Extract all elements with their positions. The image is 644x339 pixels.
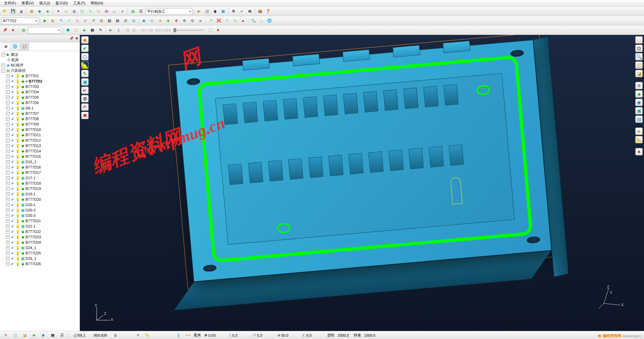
view-icon-7[interactable]: ⊙ (189, 17, 196, 25)
tree-item[interactable]: +✔💡◆B777D22 (0, 229, 80, 234)
tp-icon-12[interactable]: ⊟ (130, 17, 137, 25)
vp-edit-icon[interactable]: ✎ (81, 70, 89, 77)
vp-fit-icon[interactable]: ⊡ (635, 45, 643, 52)
sb-i2[interactable]: ◪ (21, 332, 28, 339)
tree-item[interactable]: +✔💡◆B777D26 (0, 261, 80, 267)
explorer-tree[interactable]: +▶激活 ⚙机床 +◈NC程序 −▤刀具路径 +✔💡◆B777D1+✔💡◆> B… (0, 51, 80, 331)
viewport-3d[interactable]: ◉ ✔ ⬡ ● ✎ ▣ ↵ ⚙ ↶ ✖ ⬚ ⊡ 🔍 ◫ ◪ ❖ ◈ ◉ ▣ ▤ … (80, 35, 644, 331)
sb-i1[interactable]: ◫ (11, 332, 19, 339)
tree-item[interactable]: +✔💡▦D17-1 (0, 175, 80, 181)
vp-del-icon[interactable]: ✖ (81, 112, 89, 119)
vp-v1-icon[interactable]: ❖ (635, 82, 643, 89)
calc-icon[interactable]: ▶ (195, 8, 203, 15)
point-icon[interactable]: ⁂ (103, 8, 110, 15)
tree-item[interactable]: +✔💡◆B777D19 (0, 186, 80, 191)
sb-i5[interactable]: ▦ (49, 332, 56, 339)
open-icon[interactable]: 📂 (1, 8, 9, 15)
tab-tree[interactable]: ⊞ (1, 43, 10, 50)
leads-icon[interactable]: ⤴ (223, 17, 231, 25)
rewind-icon[interactable]: ◁◁ (139, 27, 147, 34)
strategy-icon[interactable]: ▤ (129, 8, 137, 15)
vp-v3-icon[interactable]: ◉ (635, 99, 643, 106)
tree-item[interactable]: +✔💡◆B777D3 (0, 84, 80, 89)
tp-icon-8[interactable]: ▧ (98, 17, 105, 25)
vp-close-icon[interactable]: ✖ (635, 148, 643, 155)
first-icon[interactable]: ▶ (107, 27, 114, 34)
calculator-icon[interactable]: 🖩 (211, 8, 219, 15)
tp-icon-7[interactable]: ↺ (90, 17, 97, 25)
tree-item[interactable]: +✔💡◆B777D20 (0, 197, 80, 202)
tree-item[interactable]: +✔💡▦D19-1 (0, 191, 80, 197)
vp-v2-icon[interactable]: ◈ (635, 90, 643, 98)
vp-gear-icon[interactable]: ⚙ (81, 95, 89, 102)
shade-icon[interactable]: ▤ (20, 27, 27, 34)
tree-item[interactable]: +✔💡▦D24_1 (0, 245, 80, 250)
tree-item[interactable]: +✔💡◆B777D14 (0, 148, 80, 154)
tree-item[interactable]: +✔💡▦D20-1 (0, 202, 80, 207)
globe-icon[interactable]: 🌐 (266, 17, 273, 25)
start-icon[interactable]: ● (239, 17, 247, 25)
pin-icon[interactable]: 📌 (69, 36, 74, 41)
sim-btn-2[interactable]: ▢ (72, 27, 80, 34)
vp-iso-icon[interactable]: ⬚ (635, 36, 643, 44)
tree-item[interactable]: +✔💡◆B777D8 (0, 116, 80, 122)
help-icon[interactable]: ❓ (264, 8, 272, 15)
tp-icon-2[interactable]: ◐ (49, 17, 57, 25)
boundary-icon[interactable]: ⬡ (79, 8, 86, 15)
tree-item[interactable]: +✔💡▦D15_1 (0, 159, 80, 164)
vp-shade-icon[interactable]: ◉ (81, 36, 89, 44)
tree-item[interactable]: +✔💡◆B777D1 (0, 73, 80, 79)
vp-v5-icon[interactable]: ▤ (635, 115, 643, 123)
tree-item[interactable]: +✔💡◆B777D4 (0, 89, 80, 95)
tree-item[interactable]: +✔💡◆B777D10 (0, 127, 80, 132)
tree-item[interactable]: +✔💡◆B777D18 (0, 181, 80, 186)
menu-view[interactable]: 查看(V) (19, 0, 37, 6)
sim-slider[interactable] (174, 30, 204, 31)
view-icon-2[interactable]: ◎ (148, 17, 156, 25)
nc-icon[interactable]: ▦ (219, 8, 227, 15)
save-icon[interactable]: 💾 (9, 8, 17, 15)
active-toolpath-combo[interactable]: B777D2 (1, 17, 38, 24)
sim-icon[interactable]: ⚙ (230, 8, 237, 15)
vp-v4-icon[interactable]: ▣ (635, 107, 643, 114)
vp-undo-icon[interactable]: ↶ (81, 103, 89, 111)
tree-item[interactable]: +✔💡◆B777D17 (0, 170, 80, 175)
sb-pause-icon[interactable]: ‖ (175, 332, 182, 339)
tree-item[interactable]: +✔💡▦D20-3 (0, 213, 80, 218)
sb-cursor-icon[interactable]: ↖ (2, 332, 9, 339)
tree-item[interactable]: +✔💡◆B777D13 (0, 143, 80, 148)
view-icon-4[interactable]: ◈ (164, 17, 172, 25)
block-icon[interactable]: ▦ (28, 8, 35, 15)
tree-item[interactable]: +✔💡◆B777D9 (0, 122, 80, 127)
tp-icon-6[interactable]: ⇄ (82, 17, 89, 25)
pin-icon[interactable]: 📌 (1, 27, 9, 34)
tree-item[interactable]: +✔💡◆B777D5 (0, 95, 80, 100)
menu-help[interactable]: 帮助(H) (88, 0, 106, 6)
step-fwd-icon[interactable]: |▷ (131, 27, 139, 34)
vp-check-icon[interactable]: ✔ (81, 45, 89, 52)
zoom-icon[interactable]: 🔍 (250, 17, 257, 25)
ffwd-icon[interactable]: ▷▷ (147, 27, 155, 34)
tools2-icon[interactable]: 🛠 (246, 8, 253, 15)
tp-icon-1[interactable]: ▶ (41, 17, 49, 25)
sim-combo[interactable] (28, 27, 61, 34)
tree-item[interactable]: +✔💡◆B777D6 (0, 100, 80, 105)
print-icon[interactable]: 🖨 (17, 8, 25, 15)
view-icon-1[interactable]: ◉ (140, 17, 148, 25)
skip-start-icon[interactable]: |◁◁ (155, 27, 163, 34)
sim-btn-1[interactable]: ⬢ (64, 27, 72, 34)
sim-btn-5[interactable]: ✎ (97, 27, 104, 34)
tree-item[interactable]: +✔💡◆B777D25 (0, 250, 80, 256)
view-icon-8[interactable]: ≡ (197, 17, 204, 25)
tp-icon-10[interactable]: ▤ (114, 17, 121, 25)
tp-icon-11[interactable]: ⊞ (122, 17, 129, 25)
tree-item[interactable]: +✔💡◆> B777D2 (0, 79, 80, 84)
tree-machine[interactable]: 机床 (11, 57, 19, 62)
tree-item[interactable]: +✔💡◆B777D7 (0, 111, 80, 116)
curve-icon[interactable]: ∿ (87, 8, 94, 15)
close-icon[interactable]: ✖ (75, 36, 78, 41)
tree-toolpath[interactable]: 刀具路径 (11, 68, 26, 73)
pause-icon[interactable]: ‖ (115, 27, 122, 34)
sim-btn-3[interactable]: ◈ (81, 27, 88, 34)
tp-icon-4[interactable]: ⤢ (65, 17, 73, 25)
